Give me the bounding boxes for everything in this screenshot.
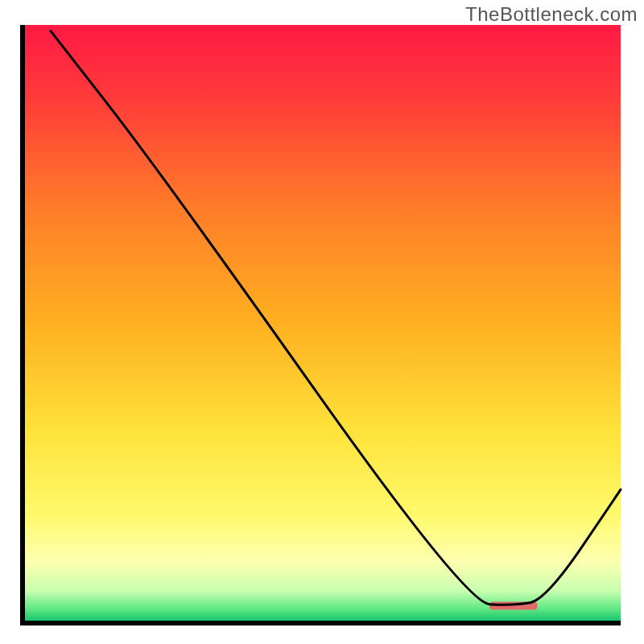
chart-svg — [0, 0, 644, 644]
chart-container: TheBottleneck.com — [0, 0, 644, 644]
x-axis — [20, 621, 621, 625]
y-axis — [20, 25, 25, 625]
watermark-text: TheBottleneck.com — [465, 3, 638, 26]
